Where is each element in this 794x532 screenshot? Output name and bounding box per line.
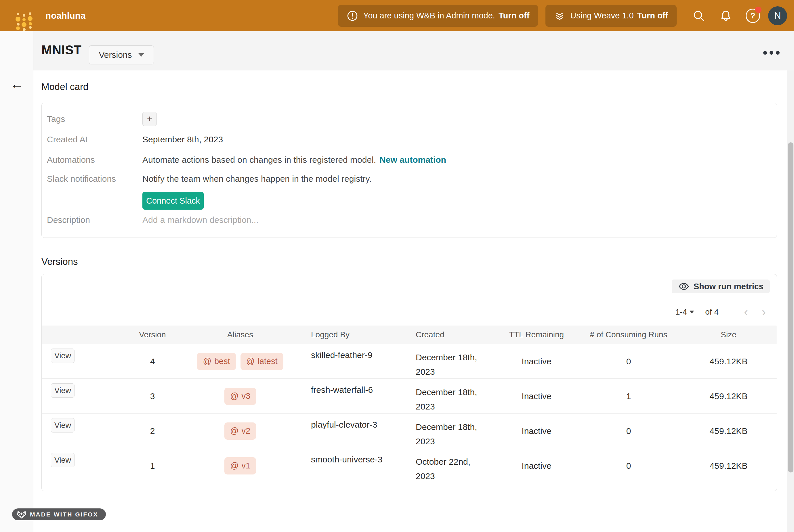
aliases-cell: @v2 bbox=[186, 414, 295, 448]
col-consuming-runs: # of Consuming Runs bbox=[577, 330, 680, 339]
automations-text: Automate actions based on changes in thi… bbox=[143, 155, 376, 165]
alias-badge[interactable]: @v2 bbox=[224, 422, 256, 440]
created-value: December 18th, 2023 bbox=[416, 420, 482, 448]
add-tag-button[interactable]: + bbox=[143, 112, 157, 126]
chevron-down-icon bbox=[689, 310, 694, 314]
entity-name[interactable]: noahluna bbox=[45, 11, 86, 21]
col-created: Created bbox=[401, 330, 496, 339]
admin-mode-banner: You are using W&B in Admin mode. Turn of… bbox=[338, 5, 538, 27]
chevron-down-icon bbox=[138, 53, 144, 57]
aliases-cell: @v3 bbox=[186, 379, 295, 414]
help-icon[interactable]: ? bbox=[745, 8, 760, 23]
weave-turn-off-button[interactable]: Turn off bbox=[637, 11, 668, 20]
gifox-label: MADE WITH GIFOX bbox=[30, 511, 98, 518]
table-header-row: Version Aliases Logged By Created TTL Re… bbox=[42, 325, 777, 344]
automations-label: Automations bbox=[47, 155, 143, 165]
col-size: Size bbox=[680, 330, 777, 339]
col-logged-by: Logged By bbox=[295, 330, 401, 339]
tags-label: Tags bbox=[47, 114, 143, 124]
view-selector-label: Versions bbox=[99, 50, 132, 60]
alias-badge[interactable]: @v1 bbox=[224, 457, 256, 474]
alias-name: v1 bbox=[241, 461, 250, 471]
view-selector-dropdown[interactable]: Versions bbox=[89, 45, 154, 64]
view-button[interactable]: View bbox=[51, 418, 75, 433]
ttl-value: Inactive bbox=[496, 414, 577, 448]
version-number: 1 bbox=[119, 448, 186, 483]
main-content: Model card Tags + Created At September 8… bbox=[33, 71, 787, 532]
model-card-panel: Tags + Created At September 8th, 2023 Au… bbox=[41, 103, 777, 238]
wandb-app: noahluna You are using W&B in Admin mode… bbox=[0, 0, 794, 532]
size-value: 459.12KB bbox=[680, 448, 777, 483]
scrollbar-track[interactable] bbox=[787, 71, 794, 532]
alias-name: v3 bbox=[241, 392, 250, 401]
version-number: 3 bbox=[119, 379, 186, 414]
view-button[interactable]: View bbox=[51, 383, 75, 398]
consuming-runs-value: 0 bbox=[577, 344, 680, 379]
pagination: 1-4 of 4 ‹ › bbox=[42, 306, 766, 318]
view-button[interactable]: View bbox=[51, 348, 75, 363]
ttl-value: Inactive bbox=[496, 379, 577, 414]
model-card-heading: Model card bbox=[41, 81, 787, 92]
admin-banner-text: You are using W&B in Admin mode. bbox=[363, 11, 495, 20]
versions-heading: Versions bbox=[41, 256, 787, 267]
notifications-bell-icon[interactable] bbox=[718, 8, 733, 23]
size-value: 459.12KB bbox=[680, 344, 777, 379]
user-avatar[interactable]: N bbox=[768, 6, 787, 25]
slack-label: Slack notifications bbox=[47, 170, 143, 184]
prev-page-button[interactable]: ‹ bbox=[744, 306, 748, 318]
show-run-metrics-button[interactable]: Show run metrics bbox=[672, 280, 770, 293]
at-icon: @ bbox=[230, 392, 239, 401]
table-row: View 3 @v3 fresh-waterfall-6 December 18… bbox=[42, 379, 777, 414]
aliases-cell: @v1 bbox=[186, 448, 295, 483]
created-value: December 18th, 2023 bbox=[416, 350, 482, 379]
version-number: 4 bbox=[119, 344, 186, 379]
ttl-value: Inactive bbox=[496, 344, 577, 379]
back-arrow-icon[interactable]: ← bbox=[11, 77, 24, 91]
alias-badge[interactable]: @v3 bbox=[224, 388, 256, 405]
versions-panel: Show run metrics 1-4 of 4 ‹ › Version Al… bbox=[41, 274, 777, 491]
top-navbar: noahluna You are using W&B in Admin mode… bbox=[0, 0, 794, 31]
search-icon[interactable] bbox=[691, 8, 706, 23]
alias-badge[interactable]: @best bbox=[197, 353, 235, 370]
slack-description-text: Notify the team when changes happen in t… bbox=[143, 174, 372, 184]
made-with-gifox-badge: MADE WITH GIFOX bbox=[12, 508, 106, 520]
versions-toolbar: Show run metrics bbox=[42, 274, 777, 293]
connect-slack-button[interactable]: Connect Slack bbox=[143, 192, 204, 210]
weave-layers-icon bbox=[554, 11, 565, 21]
created-value: December 18th, 2023 bbox=[416, 385, 482, 414]
scrollbar-thumb[interactable] bbox=[788, 142, 793, 473]
alias-badge[interactable]: @latest bbox=[241, 353, 283, 370]
at-icon: @ bbox=[246, 357, 254, 366]
table-row: View 4 @best @latest skilled-feather-9 D… bbox=[42, 344, 777, 379]
created-at-value: September 8th, 2023 bbox=[143, 135, 223, 144]
at-icon: @ bbox=[230, 426, 239, 436]
notification-dot bbox=[755, 6, 761, 13]
size-value: 459.12KB bbox=[680, 414, 777, 448]
overflow-menu-button[interactable] bbox=[763, 51, 780, 55]
wandb-logo-icon[interactable] bbox=[12, 6, 31, 25]
title-bar: MNIST Versions bbox=[33, 31, 794, 71]
show-run-metrics-label: Show run metrics bbox=[694, 282, 763, 291]
logged-by-value[interactable]: skilled-feather-9 bbox=[295, 344, 401, 379]
next-page-button[interactable]: › bbox=[762, 306, 766, 318]
col-ttl: TTL Remaining bbox=[496, 330, 577, 339]
consuming-runs-value: 0 bbox=[577, 448, 680, 483]
at-icon: @ bbox=[203, 357, 211, 366]
fox-icon bbox=[17, 510, 26, 519]
weave-banner: Using Weave 1.0 Turn off bbox=[545, 5, 677, 27]
view-button[interactable]: View bbox=[51, 453, 75, 467]
page-range-dropdown[interactable]: 1-4 bbox=[676, 307, 694, 317]
slack-notifications-row: Slack notifications Notify the team when… bbox=[47, 170, 777, 210]
alert-circle-icon bbox=[347, 10, 358, 22]
description-placeholder[interactable]: Add a markdown description... bbox=[143, 215, 259, 225]
description-row: Description Add a markdown description..… bbox=[47, 210, 777, 230]
alias-name: latest bbox=[258, 357, 277, 366]
alias-name: v2 bbox=[241, 426, 250, 436]
new-automation-link[interactable]: New automation bbox=[379, 155, 446, 165]
logged-by-value[interactable]: fresh-waterfall-6 bbox=[295, 379, 401, 414]
col-aliases: Aliases bbox=[186, 330, 295, 339]
logged-by-value[interactable]: smooth-universe-3 bbox=[295, 448, 401, 483]
admin-turn-off-button[interactable]: Turn off bbox=[498, 11, 529, 20]
logged-by-value[interactable]: playful-elevator-3 bbox=[295, 414, 401, 448]
aliases-cell: @best @latest bbox=[186, 344, 295, 379]
